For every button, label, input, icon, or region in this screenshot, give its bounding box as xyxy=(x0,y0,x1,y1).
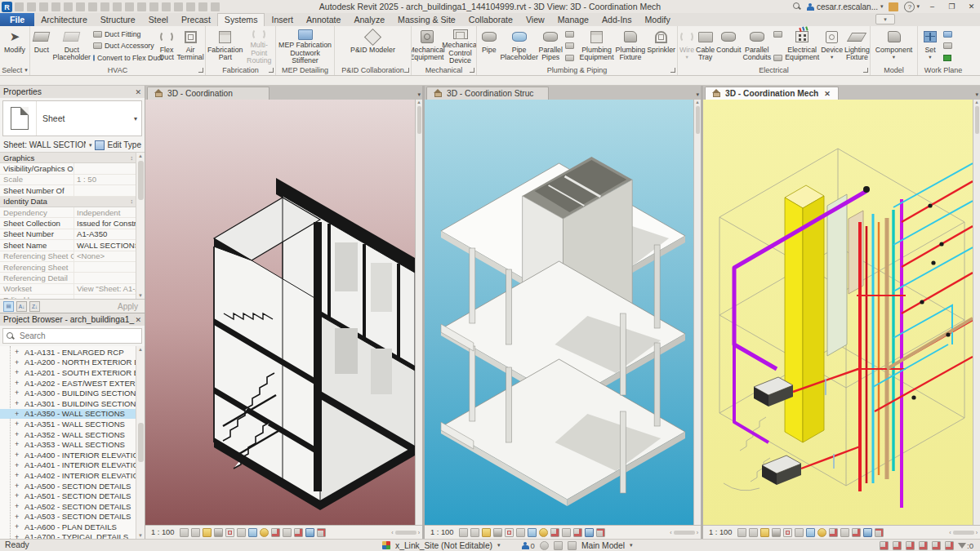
property-row[interactable]: Referencing Sheet C... <None><None> xyxy=(0,251,145,262)
close-icon[interactable]: ✕ xyxy=(135,88,141,96)
scrollbar-thumb[interactable] xyxy=(138,423,144,462)
filter-icon[interactable] xyxy=(958,543,966,549)
sheet-tree-item[interactable]: + A1-A600 - PLAN DETAILS xyxy=(0,522,145,532)
scroll-up-icon[interactable]: ▲ xyxy=(138,153,143,158)
pipe-fitting-button[interactable] xyxy=(565,29,577,39)
duct-placeholder-button[interactable]: Duct Placeholder xyxy=(52,27,91,64)
shadows-icon[interactable] xyxy=(493,528,502,537)
ribbon-tab[interactable]: Annotate xyxy=(300,13,347,26)
sheet-tree-item[interactable]: + A1-A500 - SECTION DETAILS xyxy=(0,481,145,491)
restore-button[interactable]: ❐ xyxy=(945,2,959,12)
mep-fabrication-ductwork-stiffener-button[interactable]: MEP Fabrication Ductwork Stiffener xyxy=(277,27,333,64)
property-row[interactable]: Dependency IndependentIndependent xyxy=(0,207,145,218)
property-row[interactable]: Referencing Detail xyxy=(0,273,145,283)
reveal-hidden-icon[interactable] xyxy=(539,528,548,537)
displacement-sets-icon[interactable] xyxy=(305,528,314,537)
sheet-tree-item[interactable]: + A1-A401 - INTERIOR ELEVATIONS xyxy=(0,460,145,471)
reveal-hidden-icon[interactable] xyxy=(260,528,269,537)
worksets-icon[interactable] xyxy=(554,541,563,550)
section-icon[interactable] xyxy=(137,2,146,11)
visual-style-icon[interactable] xyxy=(749,528,758,537)
canvas-coordination-mech[interactable] xyxy=(703,100,973,525)
sheet-tree-item[interactable]: + A1-A200 - NORTH EXTERIOR ELEVATION xyxy=(0,358,145,368)
reveal-constraints-icon[interactable] xyxy=(317,528,326,537)
sheet-tree-item[interactable]: + A1-A202 - EAST/WEST EXTERIOR ELEVAT xyxy=(0,378,145,389)
select-pinned-elements-icon[interactable] xyxy=(906,541,915,550)
ribbon-display-toggle[interactable]: ▾ xyxy=(871,14,895,26)
select-elements-by-face-icon[interactable] xyxy=(919,541,928,550)
sort-ascending-icon[interactable]: A↓ xyxy=(16,301,27,312)
flex-pipe-button[interactable] xyxy=(565,52,577,63)
property-row[interactable]: Visibility/Graphics O... Edit...Edit... xyxy=(0,163,145,174)
temporary-view-properties-icon[interactable] xyxy=(840,528,849,537)
temporary-view-properties-icon[interactable] xyxy=(283,528,292,537)
expand-icon[interactable]: + xyxy=(15,513,22,521)
scrollbar-thumb[interactable] xyxy=(138,161,144,200)
cable-tray-fitting-button[interactable] xyxy=(773,52,782,63)
horizontal-scrollbar[interactable]: ‹› xyxy=(391,530,420,535)
chevron-down-icon[interactable]: ▾ xyxy=(89,142,92,149)
account-menu[interactable]: cesar.r.escalan... ▾ xyxy=(807,2,884,11)
search-icon[interactable] xyxy=(793,2,801,11)
expand-icon[interactable]: + xyxy=(15,471,22,479)
sheet-tree-item[interactable]: + A1-A400 - INTERIOR ELEVATIONS xyxy=(0,450,145,460)
expand-icon[interactable]: + xyxy=(15,502,22,510)
crop-view-icon[interactable] xyxy=(225,528,234,537)
expand-icon[interactable]: + xyxy=(15,389,22,397)
component-button[interactable]: Component ▾ xyxy=(872,27,916,64)
search-input[interactable] xyxy=(18,331,138,341)
dialog-launcher-icon[interactable] xyxy=(198,68,203,73)
close-view-icon[interactable]: ✕ xyxy=(824,90,831,98)
properties-help-icon[interactable]: ▤ xyxy=(3,301,14,312)
sheet-tree-item[interactable]: + A1-A503 - SECTION DETAILS xyxy=(0,512,145,522)
home-icon[interactable] xyxy=(15,2,24,11)
apply-button[interactable]: Apply xyxy=(118,302,141,311)
canvas-coordination[interactable] xyxy=(145,100,415,525)
expand-icon[interactable]: + xyxy=(15,451,22,459)
worksharing-icon[interactable] xyxy=(540,541,549,550)
parallel-conduits-button[interactable]: Parallel Conduits xyxy=(742,27,772,64)
temporary-view-properties-icon[interactable] xyxy=(562,528,571,537)
ribbon-tab[interactable]: Architecture xyxy=(34,13,94,26)
pipe-accessory-button[interactable] xyxy=(565,41,577,51)
help-menu[interactable]: ? ▾ xyxy=(904,2,920,12)
temporary-hide-isolate-icon[interactable] xyxy=(528,528,537,537)
print-icon[interactable] xyxy=(88,2,97,11)
property-row[interactable]: Graphics xyxy=(0,153,145,163)
save-icon[interactable] xyxy=(39,2,48,11)
scroll-up-icon[interactable]: ▲ xyxy=(138,347,143,352)
vertical-scrollbar[interactable]: ▲ xyxy=(973,100,980,525)
scroll-down-icon[interactable]: ▼ xyxy=(138,293,143,298)
plumbing-equipment-button[interactable]: Plumbing Equipment xyxy=(579,27,615,64)
vertical-scrollbar[interactable]: ▲ xyxy=(415,100,422,525)
expand-icon[interactable]: + xyxy=(15,358,22,367)
conduit-fitting-button[interactable] xyxy=(773,29,782,39)
sun-path-icon[interactable] xyxy=(203,528,212,537)
sheet-tree-item[interactable]: + A1-A501 - SECTION DETAILS xyxy=(0,491,145,501)
thin-lines-icon[interactable] xyxy=(186,2,195,11)
shadows-icon[interactable] xyxy=(772,528,781,537)
chevron-down-icon[interactable]: ▾ xyxy=(630,542,633,549)
crop-region-icon[interactable] xyxy=(795,528,804,537)
property-row[interactable]: Sheet Collection Issued for Construction… xyxy=(0,218,145,229)
conduit-button[interactable]: Conduit xyxy=(715,27,742,64)
ref-plane-button[interactable] xyxy=(943,41,958,51)
detail-level-icon[interactable] xyxy=(459,528,468,537)
expand-icon[interactable]: + xyxy=(15,461,22,469)
dialog-launcher-icon[interactable] xyxy=(404,68,409,73)
pipe-button[interactable]: Pipe xyxy=(478,27,501,64)
editing-requests-icon[interactable] xyxy=(522,542,529,549)
analytical-model-icon[interactable] xyxy=(852,528,861,537)
mechanical-control-device-button[interactable]: Mechanical Control Device xyxy=(443,27,477,64)
dialog-launcher-icon[interactable] xyxy=(863,68,868,73)
sheet-tree-item[interactable]: + A1-A700 - TYPICAL DETAILS xyxy=(0,532,145,539)
ribbon-tab[interactable]: Analyze xyxy=(347,13,391,26)
scale-button[interactable]: 1 : 100 xyxy=(706,528,735,536)
show-work-plane-button[interactable] xyxy=(943,29,958,39)
convert-to-flex-duct-button[interactable]: Convert to Flex Duct xyxy=(93,52,155,63)
sheet-tree-item[interactable]: + A1-A352 - WALL SECTIONS xyxy=(0,429,145,440)
ribbon-tab[interactable]: Precast xyxy=(175,13,217,26)
property-row[interactable]: Sheet Number Of xyxy=(0,185,145,196)
revit-app-button[interactable]: R xyxy=(2,2,12,12)
worksharing-display-icon[interactable] xyxy=(271,528,280,537)
